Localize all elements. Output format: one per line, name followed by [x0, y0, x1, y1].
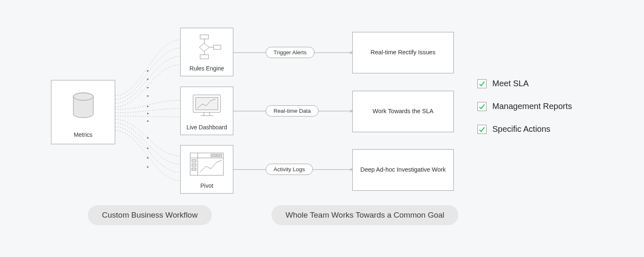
result-investigative-work-label: Deep Ad-hoc Investigative Work [360, 166, 445, 174]
svg-rect-11 [213, 45, 221, 49]
pivot-node: Pivot [180, 145, 233, 194]
metrics-label: Metrics [74, 131, 92, 138]
checkmark-icon [477, 79, 487, 88]
checklist-item-meet-sla: Meet SLA [477, 79, 572, 88]
checklist: Meet SLA Management Reports Specific Act… [477, 79, 572, 147]
result-rectify-issues-label: Real-time Rectify Issues [370, 48, 435, 57]
pill-activity-logs: Activity Logs [266, 164, 313, 175]
checklist-item-label: Specific Actions [492, 124, 550, 134]
pivot-label: Pivot [200, 182, 213, 189]
checkmark-icon [477, 125, 487, 134]
svg-rect-8 [200, 35, 208, 39]
checkmark-icon [477, 102, 487, 111]
rules-engine-node: Rules Engine [180, 28, 233, 76]
metrics-node: Metrics [51, 80, 115, 144]
rules-engine-label: Rules Engine [189, 65, 224, 72]
checklist-item-label: Meet SLA [492, 79, 529, 88]
database-icon [71, 80, 95, 131]
monitor-chart-icon [191, 87, 222, 124]
svg-point-7 [73, 93, 93, 100]
result-work-towards-sla-label: Work Towards the SLA [373, 107, 433, 116]
pill-real-time-data: Real-time Data [266, 105, 319, 116]
pivot-analysis-icon [189, 145, 224, 182]
checklist-item-specific-actions: Specific Actions [477, 124, 572, 134]
checklist-item-label: Management Reports [492, 102, 572, 111]
svg-rect-23 [192, 164, 196, 166]
live-dashboard-node: Live Dashboard [180, 87, 233, 135]
checklist-item-management-reports: Management Reports [477, 102, 572, 111]
svg-rect-22 [192, 160, 196, 162]
result-rectify-issues: Real-time Rectify Issues [352, 32, 454, 73]
svg-rect-24 [192, 168, 196, 170]
result-investigative-work: Deep Ad-hoc Investigative Work [352, 149, 454, 191]
live-dashboard-label: Live Dashboard [186, 124, 227, 131]
section-label-right: Whole Team Works Towards a Common Goal [271, 205, 458, 225]
result-work-towards-sla: Work Towards the SLA [352, 91, 454, 132]
svg-rect-13 [200, 55, 208, 59]
pill-trigger-alerts: Trigger Alerts [266, 47, 315, 58]
flowchart-icon [192, 28, 222, 65]
section-label-left: Custom Business Workflow [88, 205, 212, 225]
